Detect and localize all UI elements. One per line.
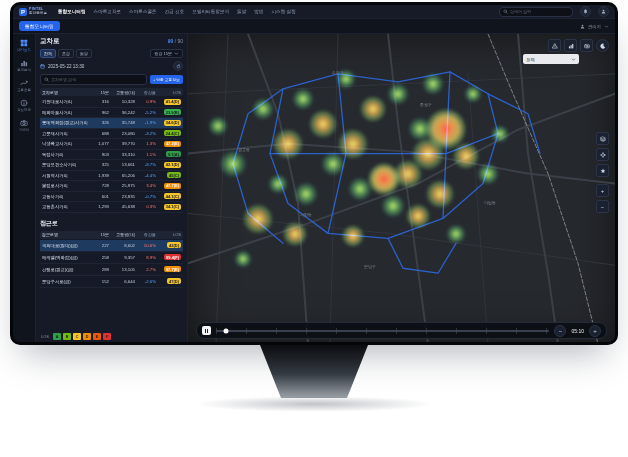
intersection-row[interactable]: 교동촌사거리1,29345,6380.3%34.1(C) <box>40 202 183 213</box>
cctv-button[interactable] <box>580 39 593 52</box>
bell-icon <box>583 9 588 14</box>
intersection-search-input[interactable]: 교차로명 검색 <box>40 74 147 85</box>
brand-subtitle: 통합플랫폼 <box>29 12 47 16</box>
approach-row[interactable]: 매케엘(백화점)(금)2589,3578.9%99.4(F) <box>40 252 183 264</box>
row-los-cell: 34.6(D) <box>156 120 181 126</box>
intersection-row[interactable]: 매화마을사거리96236,242-5.2%23.9(B) <box>40 108 183 119</box>
flow-icon <box>20 79 28 87</box>
locate-button[interactable] <box>596 148 609 161</box>
map-tools <box>596 132 609 177</box>
count-total: / 90 <box>175 38 183 44</box>
timeline-ticks <box>216 328 549 334</box>
intersection-row[interactable]: 가천대로사거리31610,3280.9%41.4(D) <box>40 97 183 108</box>
sidebar-item-2[interactable]: 통계분석 <box>17 59 31 72</box>
layers-button[interactable] <box>596 132 609 145</box>
row-name: 국회대로(현대)(금) <box>42 243 92 248</box>
row-diff-rate: -2.6% <box>135 279 156 284</box>
los-legend-F: F <box>103 333 111 340</box>
row-diff-rate: -3.2% <box>135 131 156 136</box>
app-logo-text: PINTEL 통합플랫폼 <box>29 8 47 15</box>
approach-row[interactable]: 국회대로(현대)(금)2278,60210.6%42(D) <box>40 240 183 252</box>
user-icon <box>601 9 606 14</box>
row-volume-total: 13,105 <box>109 267 135 272</box>
playback-time: 05:10 <box>571 328 584 334</box>
nav-item-7[interactable]: 방범 <box>254 9 263 14</box>
traffic-map[interactable]: 수정구중원구판교동서현동야탑동분당구 전체 <box>188 34 615 342</box>
refresh-button[interactable] <box>173 61 183 71</box>
filter-chip-1[interactable]: 전체 <box>40 49 56 58</box>
row-name: 매화마을사거리 <box>42 110 92 115</box>
intersection-row[interactable]: 롯데백화점(판교)사거리32635,748-1.9%34.6(D) <box>40 118 183 129</box>
global-search-input[interactable]: 검색어 입력 <box>499 7 573 17</box>
custom-traffic-button[interactable]: + 맞춤 교통정보 <box>150 75 183 84</box>
interval-dropdown[interactable]: 증감 15분 <box>150 49 183 58</box>
intersection-row[interactable]: 독정사거리90333,3101.1%9.1(A) <box>40 150 183 161</box>
nav-item-3[interactable]: 스마트스쿨존 <box>129 9 157 14</box>
row-name: 불정로사거리 <box>42 183 92 188</box>
pause-button[interactable] <box>202 326 211 335</box>
sidebar-item-3[interactable]: 교통흐름 <box>17 79 31 92</box>
interval-dropdown-label: 증감 15분 <box>154 51 172 56</box>
user-menu[interactable]: 관리자 <box>580 24 609 29</box>
row-volume-total: 13,661 <box>109 162 135 167</box>
zoom-out-button[interactable]: − <box>596 200 609 213</box>
intersection-row[interactable]: 서현역사거리1,93965,206-4.4%45(C) <box>40 171 183 182</box>
intersection-row[interactable]: 고분재사거리68823,080-3.2%24.4(C) <box>40 129 183 140</box>
signal-button[interactable] <box>564 39 577 52</box>
step-decrease-button[interactable]: − <box>554 325 566 337</box>
timeline-slider[interactable] <box>216 330 549 332</box>
row-volume-15min: 326 <box>92 120 109 125</box>
search-icon <box>503 9 508 14</box>
row-los-cell: 97.7(E) <box>156 266 181 272</box>
filter-chip-2[interactable]: 혼잡 <box>58 49 74 58</box>
favorite-button[interactable] <box>596 164 609 177</box>
row-diff-rate: 10.6% <box>135 243 156 248</box>
approach-table: 접근로명15분교통량(대)증감율LOS국회대로(현대)(금)2278,60210… <box>40 231 183 288</box>
row-diff-rate: -5.2% <box>135 110 156 115</box>
nav-item-6[interactable]: 돌발 <box>237 9 246 14</box>
datetime-value[interactable]: 2025-05-22 13:30 <box>48 64 84 69</box>
map-top-controls <box>548 39 609 52</box>
intersection-panel: 교차로 90 / 90 전체혼잡돌발 증감 15분 <box>36 34 188 342</box>
map-filter-dropdown[interactable]: 전체 <box>523 54 579 64</box>
app-logo[interactable]: P PINTEL 통합플랫폼 <box>19 8 47 16</box>
row-name: 분당보건소사거리 <box>42 162 92 167</box>
intersection-header-1: 교차로명 <box>42 90 92 95</box>
nav-item-2[interactable]: 스마트교차로 <box>94 9 122 14</box>
sidebar-item-1[interactable]: 대시보드 <box>17 39 31 52</box>
signal-bars-icon <box>568 43 574 49</box>
step-increase-button[interactable]: + <box>589 325 601 337</box>
row-los-cell: 34.1(C) <box>156 204 181 210</box>
row-name: 낙생육교사거리 <box>42 141 92 146</box>
row-name: 교동촌사거리 <box>42 204 92 209</box>
approach-row[interactable]: 선행로(판교)(금)28913,1052.7%97.7(E) <box>40 264 183 276</box>
sidebar-item-4[interactable]: 정보제공 <box>17 99 31 112</box>
intersection-row[interactable]: 교동사거리60123,835-0.7%44.1(C) <box>40 192 183 203</box>
tab-integrated-monitoring[interactable]: 통합모니터링 <box>19 21 60 31</box>
intersection-row[interactable]: 분당보건소사거리32513,661-8.7%42.1(D) <box>40 160 183 171</box>
intersection-row[interactable]: 낙생육교사거리1,07739,7701.3%47.2(E) <box>40 139 183 150</box>
notification-bell-button[interactable] <box>580 6 591 17</box>
incident-warning-button[interactable] <box>548 39 561 52</box>
los-badge: 9.1(A) <box>166 151 181 157</box>
timeline-knob[interactable] <box>224 328 229 333</box>
row-volume-15min: 962 <box>92 110 109 115</box>
nav-item-8[interactable]: 시스템 설정 <box>271 9 295 14</box>
chevron-down-icon <box>604 24 609 29</box>
dark-mode-toggle[interactable] <box>596 39 609 52</box>
approach-row[interactable]: 분당수서로(금)1526,644-2.6%47(D) <box>40 276 183 288</box>
panel-title: 교차로 <box>40 37 60 46</box>
los-badge: 24.4(C) <box>164 130 181 136</box>
nav-item-5[interactable]: 모빌리티통합분석 <box>192 9 229 14</box>
nav-item-4[interactable]: 긴급 신호 <box>165 9 185 14</box>
count-current: 90 <box>168 38 174 44</box>
intersection-row[interactable]: 불정로사거리72825,9753.4%47.7(E) <box>40 181 183 192</box>
header-los-label: LOS <box>173 90 181 95</box>
user-avatar[interactable] <box>598 6 609 17</box>
zoom-in-button[interactable]: + <box>596 184 609 197</box>
filter-chip-3[interactable]: 돌발 <box>76 49 92 58</box>
nav-item-1[interactable]: 통합모니터링 <box>58 9 86 14</box>
row-volume-total: 39,770 <box>109 141 135 146</box>
row-name: 교동사거리 <box>42 194 92 199</box>
sidebar-item-5[interactable]: 카메라 <box>19 119 29 132</box>
